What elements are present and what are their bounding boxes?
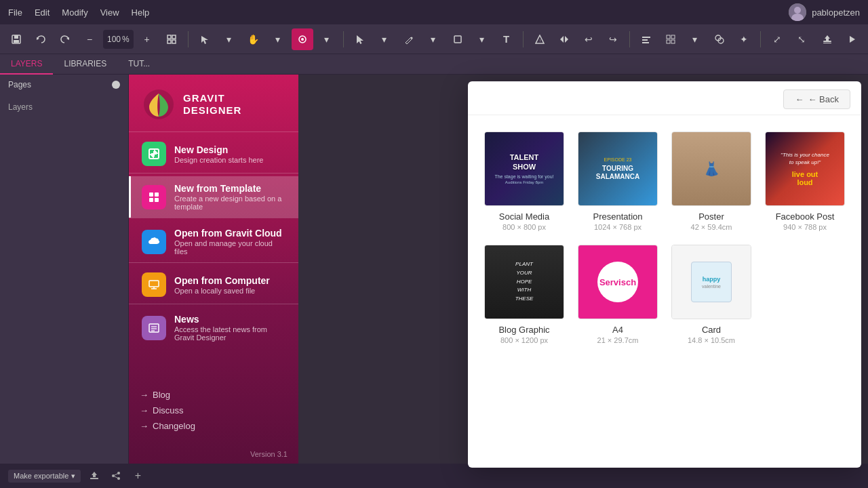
template-a4[interactable]: Servisch A4 21 × 29.7cm bbox=[578, 245, 658, 344]
divider-4 bbox=[629, 31, 630, 47]
share-icon-button[interactable] bbox=[108, 468, 124, 484]
group-button[interactable] bbox=[660, 28, 682, 50]
user-menu[interactable]: pablopetzen bbox=[789, 3, 860, 21]
sidebar-item-new-template[interactable]: New from Template Create a new design ba… bbox=[129, 176, 298, 218]
computer-text: Open from Computer Open a locally saved … bbox=[174, 275, 288, 295]
zoom-display: 100% bbox=[103, 30, 134, 49]
rotate-cw-button[interactable]: ↪ bbox=[602, 28, 624, 50]
menu-modify[interactable]: Modify bbox=[62, 7, 87, 18]
divider-new-design bbox=[129, 173, 298, 174]
present-button[interactable] bbox=[841, 28, 863, 50]
pen-tool-button[interactable] bbox=[398, 28, 420, 50]
news-text: News Access the latest news from Gravit … bbox=[174, 314, 288, 342]
svg-marker-34 bbox=[850, 36, 855, 43]
template-presentation[interactable]: EPISODE 23 TOURINGSALAMANCA Presentation… bbox=[578, 131, 658, 231]
align-button[interactable] bbox=[635, 28, 657, 50]
discuss-link[interactable]: → Discuss bbox=[140, 403, 288, 418]
new-template-title: New from Template bbox=[174, 183, 288, 194]
transform-button[interactable]: ⤢ bbox=[766, 28, 788, 50]
redo-button[interactable] bbox=[54, 28, 76, 50]
undo-button[interactable] bbox=[30, 28, 52, 50]
save-button[interactable] bbox=[5, 28, 27, 50]
rect-tool-button[interactable] bbox=[447, 28, 469, 50]
poster-name: Poster bbox=[671, 211, 751, 222]
export-icon-button[interactable] bbox=[86, 468, 102, 484]
tab-libraries[interactable]: LIBRARIES bbox=[53, 54, 117, 75]
path-ops-button[interactable] bbox=[709, 28, 730, 50]
card-name: Card bbox=[671, 325, 751, 335]
rect-dropdown[interactable]: ▾ bbox=[471, 28, 493, 50]
sidebar-item-computer[interactable]: Open from Computer Open a locally saved … bbox=[129, 266, 298, 304]
menu-edit[interactable]: Edit bbox=[35, 7, 50, 18]
hand-tool-button[interactable]: ✋ bbox=[243, 28, 264, 50]
divider-computer bbox=[129, 304, 298, 304]
dialog-content: TALENTSHOW The stage is waiting for you!… bbox=[468, 115, 861, 468]
username-label: pablopetzen bbox=[812, 7, 860, 18]
right-toolbar bbox=[816, 28, 863, 50]
svg-marker-33 bbox=[825, 35, 830, 41]
menu-view[interactable]: View bbox=[100, 7, 119, 18]
expand-button[interactable]: ⤡ bbox=[791, 28, 812, 50]
svg-rect-27 bbox=[667, 40, 670, 43]
layers-panel: Pages Layers bbox=[0, 75, 129, 464]
template-card[interactable]: happy valentine Card 14.8 × 10.5cm bbox=[671, 245, 751, 344]
blog-link[interactable]: → Blog bbox=[140, 387, 288, 403]
gravit-tool-button[interactable] bbox=[292, 28, 313, 50]
zoom-in-button[interactable]: + bbox=[136, 28, 158, 50]
svg-rect-11 bbox=[172, 40, 176, 43]
template-blog-graphic[interactable]: PLANTYOURHOPEWITHTHESE Blog Graphic 800 … bbox=[484, 245, 564, 344]
symbol-button[interactable]: ✦ bbox=[733, 28, 755, 50]
svg-rect-22 bbox=[642, 37, 650, 38]
svg-marker-21 bbox=[565, 36, 568, 43]
computer-subtitle: Open a locally saved file bbox=[174, 287, 288, 295]
fit-screen-button[interactable] bbox=[161, 28, 182, 50]
cloud-subtitle: Open and manage your cloud files bbox=[174, 239, 288, 256]
pages-add-button[interactable] bbox=[112, 81, 120, 89]
svg-marker-20 bbox=[560, 36, 564, 43]
group-dropdown[interactable]: ▾ bbox=[684, 28, 706, 50]
back-label: ← Back bbox=[808, 94, 839, 104]
tab-tutorials[interactable]: TUT... bbox=[117, 54, 161, 75]
cloud-text: Open from Gravit Cloud Open and manage y… bbox=[174, 228, 288, 256]
template-facebook-post[interactable]: "This is your chanceto speak up!" live o… bbox=[765, 131, 845, 231]
rotate-ccw-button[interactable]: ↩ bbox=[578, 28, 599, 50]
changelog-link[interactable]: → Changelog bbox=[140, 418, 288, 434]
export-button[interactable] bbox=[816, 28, 838, 50]
main-area: Pages Layers GRAVIT DESIGNER bbox=[0, 75, 868, 464]
cursor-dropdown[interactable]: ▾ bbox=[374, 28, 395, 50]
sidebar-item-news[interactable]: News Access the latest news from Gravit … bbox=[129, 307, 298, 348]
template-social-media[interactable]: TALENTSHOW The stage is waiting for you!… bbox=[484, 131, 564, 231]
flip-button[interactable] bbox=[553, 28, 575, 50]
tab-layers[interactable]: LAYERS bbox=[0, 54, 53, 75]
poster-size: 42 × 59.4cm bbox=[671, 223, 751, 231]
logo-text: GRAVIT DESIGNER bbox=[183, 92, 241, 117]
canvas-area: ← ← Back TALENTSHOW The stage is waiting… bbox=[298, 75, 868, 464]
computer-title: Open from Computer bbox=[174, 275, 288, 286]
svg-rect-43 bbox=[155, 198, 159, 202]
back-button[interactable]: ← ← Back bbox=[783, 89, 850, 109]
sidebar-item-new-design[interactable]: New Design Design creation starts here bbox=[129, 135, 298, 173]
select-tool-button[interactable] bbox=[194, 28, 216, 50]
zoom-out-button[interactable]: − bbox=[79, 28, 100, 50]
select-tool-dropdown[interactable]: ▾ bbox=[218, 28, 240, 50]
arrow-tool-button[interactable] bbox=[349, 28, 371, 50]
changelog-arrow: → bbox=[140, 421, 149, 431]
card-size: 14.8 × 10.5cm bbox=[671, 336, 751, 344]
text-tool-button[interactable]: T bbox=[496, 28, 517, 50]
discuss-label: Discuss bbox=[153, 405, 184, 415]
presentation-name: Presentation bbox=[578, 211, 658, 222]
sidebar-links: → Blog → Discuss → Changelog bbox=[129, 376, 298, 445]
add-icon-button[interactable]: + bbox=[130, 468, 146, 484]
sidebar-item-cloud[interactable]: Open from Gravit Cloud Open and manage y… bbox=[129, 221, 298, 262]
warning-tool[interactable]: ! bbox=[529, 28, 551, 50]
pen-dropdown[interactable]: ▾ bbox=[422, 28, 444, 50]
svg-point-16 bbox=[410, 37, 412, 39]
a4-name: A4 bbox=[578, 325, 658, 335]
make-exportable-button[interactable]: Make exportable ▾ bbox=[8, 470, 81, 483]
discuss-arrow: → bbox=[140, 405, 149, 415]
gravit-tool-dropdown[interactable]: ▾ bbox=[316, 28, 338, 50]
menu-file[interactable]: File bbox=[8, 7, 22, 18]
template-poster[interactable]: 👗 Poster 42 × 59.4cm bbox=[671, 131, 751, 231]
hand-tool-dropdown[interactable]: ▾ bbox=[267, 28, 289, 50]
menu-help[interactable]: Help bbox=[132, 7, 150, 18]
